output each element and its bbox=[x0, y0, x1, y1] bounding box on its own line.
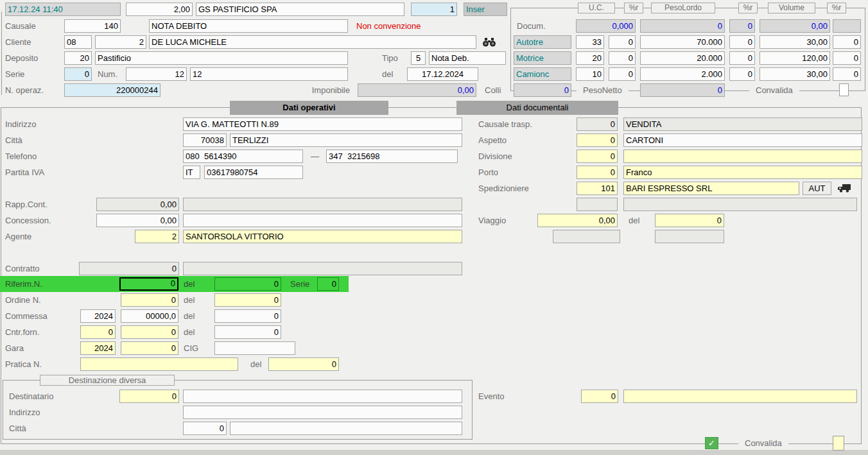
binoculars-search-icon[interactable] bbox=[482, 37, 496, 50]
progressive-field[interactable]: 1 bbox=[411, 3, 457, 16]
viaggio-date-field[interactable]: 0 bbox=[655, 214, 724, 227]
deposito-code-field[interactable]: 20 bbox=[64, 51, 92, 65]
convalida-top-checkbox[interactable] bbox=[839, 83, 849, 96]
docum-row-label: Docum. bbox=[517, 19, 546, 33]
autotreno-r1-field[interactable]: 0 bbox=[609, 35, 636, 49]
destinatario-name-field[interactable] bbox=[183, 390, 462, 403]
citta-label: Città bbox=[5, 133, 22, 147]
porto-desc-field[interactable]: Franco bbox=[623, 166, 862, 179]
autotreno-pesolordo-field[interactable]: 70.000 bbox=[640, 35, 725, 49]
tab-dati-documentali[interactable]: Dati documentali bbox=[456, 101, 618, 115]
tipo-label: Tipo bbox=[382, 51, 398, 65]
inser-button[interactable]: Inser bbox=[464, 3, 507, 16]
numero1-field[interactable]: 12 bbox=[126, 67, 187, 81]
truck-icon[interactable] bbox=[837, 183, 852, 196]
agente-name-field[interactable]: SANTORSOLA VITTORIO bbox=[183, 230, 462, 243]
camioncino-pesolordo-field[interactable]: 2.000 bbox=[640, 67, 725, 81]
autotreno-volume-field[interactable]: 30,00 bbox=[759, 35, 830, 49]
evento-desc-field[interactable] bbox=[623, 390, 857, 403]
cntrforn-anno-field[interactable]: 0 bbox=[80, 325, 116, 339]
col-header-r2: %r bbox=[738, 3, 758, 13]
porto-code-field[interactable]: 0 bbox=[577, 166, 618, 179]
spedizioniere2-code-field bbox=[577, 198, 618, 211]
riferim-num-field[interactable]: 0 bbox=[119, 277, 178, 291]
gara-num-field[interactable]: 0 bbox=[121, 341, 178, 355]
motrice-r3-field[interactable]: 0 bbox=[833, 51, 861, 65]
motrice-volume-field[interactable]: 120,00 bbox=[759, 51, 830, 65]
cliente-name-field[interactable]: DE LUCA MICHELE bbox=[149, 35, 476, 49]
non-convenzione-warning: Non convenzione bbox=[356, 19, 421, 33]
document-date-field[interactable]: 17.12.2024 bbox=[407, 67, 478, 81]
convalida-bottom-checkbox[interactable] bbox=[833, 436, 844, 451]
concession-desc-field[interactable] bbox=[183, 214, 462, 227]
commessa-anno-field[interactable]: 2024 bbox=[80, 309, 116, 323]
aspetto-desc-field[interactable]: CARTONI bbox=[623, 133, 862, 147]
window-bottom-strip bbox=[0, 450, 868, 455]
riferim-serie-field[interactable]: 0 bbox=[317, 277, 339, 291]
motrice-uc-field[interactable]: 20 bbox=[576, 51, 604, 65]
tipo-code-field[interactable]: 5 bbox=[411, 51, 426, 65]
causale-description-field[interactable]: NOTA DEBITO bbox=[149, 19, 348, 33]
camioncino-uc-field[interactable]: 10 bbox=[576, 67, 604, 81]
destinatario-code-field[interactable]: 0 bbox=[119, 390, 179, 403]
motrice-r1-field[interactable]: 0 bbox=[609, 51, 636, 65]
telefono-separator: — bbox=[311, 150, 319, 163]
motrice-pesolordo-field[interactable]: 20.000 bbox=[640, 51, 725, 65]
tipo-description-field[interactable]: Nota Deb. bbox=[429, 51, 506, 65]
commessa-num-field[interactable]: 00000,0 bbox=[121, 309, 178, 323]
piva-number-field[interactable]: 03617980754 bbox=[204, 166, 303, 179]
viaggio-num-field[interactable]: 0,00 bbox=[537, 214, 618, 227]
citta-field[interactable]: TERLIZZI bbox=[230, 133, 462, 147]
autotreno-r2-field[interactable]: 0 bbox=[729, 35, 755, 49]
divisione-desc-field[interactable] bbox=[623, 150, 862, 163]
serie-field[interactable]: 0 bbox=[64, 67, 92, 81]
telefono2-field[interactable]: 347 3215698 bbox=[326, 150, 458, 163]
ordine-date-field[interactable]: 0 bbox=[214, 293, 281, 307]
convalida-checked-checkbox[interactable]: ✓ bbox=[705, 437, 718, 449]
dest-citta-field[interactable] bbox=[230, 422, 462, 435]
cliente-code2-field[interactable]: 2 bbox=[95, 35, 146, 49]
cntrforn-num-field[interactable]: 0 bbox=[121, 325, 178, 339]
camioncino-volume-field[interactable]: 30,00 bbox=[759, 67, 830, 81]
pratica-date-field[interactable]: 0 bbox=[268, 357, 339, 371]
convalida-bottom-label: Convalida bbox=[738, 436, 788, 450]
autotreno-uc-field[interactable]: 33 bbox=[576, 35, 604, 49]
camioncino-r1-field[interactable]: 0 bbox=[609, 67, 636, 81]
numero2-field[interactable]: 12 bbox=[190, 67, 348, 81]
spedizioniere-desc-field[interactable]: BARI ESPRESSO SRL bbox=[623, 182, 799, 195]
agente-code-field[interactable]: 2 bbox=[135, 230, 179, 243]
spedizioniere-code-field[interactable]: 101 bbox=[577, 182, 618, 195]
dest-indirizzo-field[interactable] bbox=[183, 406, 462, 419]
ordine-num-field[interactable]: 0 bbox=[121, 293, 178, 307]
indirizzo-field[interactable]: VIA G. MATTEOTTI N.89 bbox=[183, 117, 462, 131]
causale-code-field[interactable]: 140 bbox=[64, 19, 121, 33]
gara-anno-field[interactable]: 2024 bbox=[80, 341, 116, 355]
aut-button[interactable]: AUT bbox=[803, 182, 831, 195]
cig-field[interactable] bbox=[214, 341, 295, 355]
evento-code-field[interactable]: 0 bbox=[581, 390, 618, 403]
cliente-code1-field[interactable]: 08 bbox=[64, 35, 92, 49]
dest-cap-field[interactable]: 0 bbox=[183, 422, 227, 435]
piva-country-field[interactable]: IT bbox=[183, 166, 200, 179]
telefono1-field[interactable]: 080 5614390 bbox=[183, 150, 303, 163]
motrice-r2-field[interactable]: 0 bbox=[729, 51, 755, 65]
deposito-description-field[interactable]: Pastificio bbox=[95, 51, 348, 65]
camioncino-r3-field[interactable]: 0 bbox=[833, 67, 861, 81]
commessa-date-field[interactable]: 0 bbox=[214, 309, 281, 323]
camioncino-r2-field[interactable]: 0 bbox=[729, 67, 755, 81]
concession-value-field[interactable]: 0,00 bbox=[96, 214, 179, 227]
autotreno-r3-field[interactable]: 0 bbox=[833, 35, 861, 49]
document-value-field[interactable]: 2,00 bbox=[126, 3, 193, 16]
divisione-code-field[interactable]: 0 bbox=[577, 150, 618, 163]
company-field[interactable]: GS PASTIFICIO SPA bbox=[196, 3, 404, 16]
cap-field[interactable]: 70038 bbox=[183, 133, 227, 147]
pratica-num-field[interactable] bbox=[80, 357, 238, 371]
vehicle-label-autotreno: Autotre bbox=[514, 35, 571, 49]
noperaz-field[interactable]: 220000244 bbox=[64, 83, 161, 97]
tab-dati-operativi[interactable]: Dati operativi bbox=[230, 101, 388, 115]
riferim-date-field[interactable]: 0 bbox=[214, 277, 281, 291]
noperaz-label: N. operaz. bbox=[5, 83, 44, 97]
deposito-label: Deposito bbox=[5, 51, 38, 65]
aspetto-code-field[interactable]: 0 bbox=[577, 133, 618, 147]
cntrforn-date-field[interactable]: 0 bbox=[214, 325, 281, 339]
